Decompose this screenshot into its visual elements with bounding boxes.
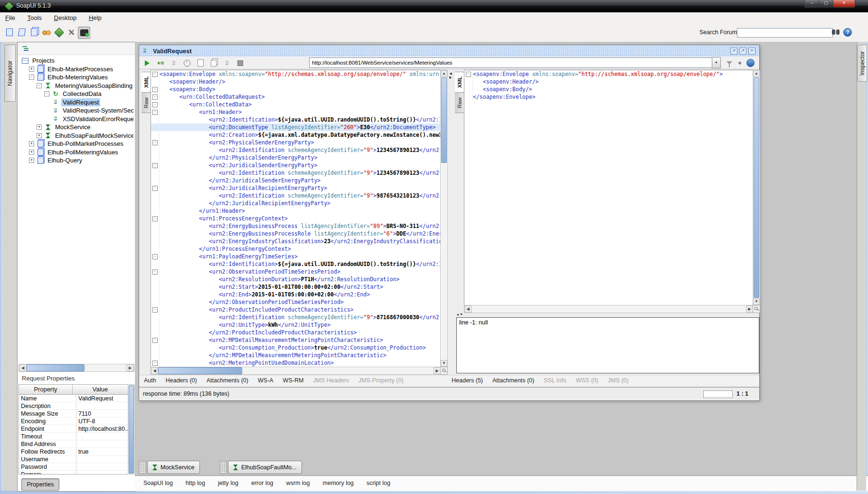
menu-help[interactable]: Help [84,12,107,21]
minimize-button[interactable]: – [804,0,819,8]
expand-icon[interactable]: + [29,150,34,155]
tree-item-collecteddata[interactable]: -↻CollectedData [19,90,133,98]
code-line[interactable]: <urn2:EnergyBusinessProcess listAgencyId… [151,222,441,230]
scroll-right-arrow[interactable]: ▶ [434,367,441,374]
code-line[interactable]: - <soapenv:Body> [151,86,441,93]
code-line[interactable]: </urn2:MPDetailMeasurementMeteringPointC… [151,352,441,359]
expand-icon[interactable]: + [37,133,42,138]
request-xml-tab[interactable]: XML [142,72,151,93]
code-line[interactable]: <urn2:EnergyBusinessProcessRole listAgen… [151,230,441,238]
tree-item-validrequest[interactable]: SOAPValidRequest [19,98,133,107]
code-line[interactable]: <urn2:Identification>${=java.util.UUID.r… [151,260,441,268]
code-line[interactable]: </soapenv:Envelope> [464,93,753,101]
property-value-cell[interactable]: true [76,448,128,456]
fold-collapse-icon[interactable]: - [152,163,158,168]
tab-headers-0[interactable]: Headers (0) [161,375,202,386]
property-value-cell[interactable]: ValidRequest [76,395,128,402]
maximize-button[interactable]: ▢ [819,0,833,8]
fold-collapse-icon[interactable]: - [152,110,158,115]
collapse-icon[interactable]: - [37,83,42,88]
tree-item-mockservice[interactable]: +MockService [19,123,133,132]
create-document-icon[interactable] [196,59,205,67]
fold-collapse-icon[interactable]: - [152,140,158,145]
tree-item-xsdvalidationerrorrequest[interactable]: SOAPXSDValidationErrorRequest [19,115,133,124]
request-window-title-bar[interactable]: SOAP ValidRequest ↗ ↗ × [139,45,759,57]
inspector-tab[interactable]: Inspector [857,45,867,82]
create-empty-request-icon[interactable]: SOAP [170,59,178,67]
response-xml-editor[interactable]: -<soapenv:Envelope xmlns:soapenv="http:/… [464,70,754,305]
code-line[interactable]: -<soapenv:Envelope xmlns:soapenv="http:/… [151,70,441,78]
code-line[interactable]: </urn2:JuridicalSenderEnergyParty> [151,177,441,184]
log-tab-wsrm-log[interactable]: wsrm log [286,476,310,490]
request-raw-tab[interactable]: Raw [142,92,151,113]
code-line[interactable]: - <urn2:JuridicalSenderEnergyParty> [151,162,441,169]
code-line[interactable]: <soapenv:Header/> [151,78,441,86]
code-line[interactable]: -<soapenv:Envelope xmlns:soapenv="http:/… [464,70,753,78]
code-line[interactable]: <soapenv:Body/> [464,86,753,93]
filter-icon[interactable] [725,59,734,67]
menu-tools[interactable]: Tools [22,12,47,21]
mockservice-drag-grip[interactable] [139,461,146,474]
tree-item-projects[interactable]: Projects [19,57,133,65]
proxy-server-icon[interactable] [78,27,90,39]
code-line[interactable]: <urn2:Consumption_Production>true</urn2:… [151,344,441,352]
expand-icon[interactable]: + [29,66,34,72]
code-line[interactable]: - <urn2:JuridicalRecipientEnergyParty> [151,184,441,192]
tab-headers-5[interactable]: Headers (5) [447,375,488,386]
code-line[interactable]: <urn2:Creation>${=javax.xml.datatype.Dat… [151,131,441,139]
tab-auth[interactable]: Auth [139,375,161,386]
add-to-testcase-icon[interactable]: +≡ [156,59,165,67]
scroll-up-arrow[interactable]: ▲ [753,70,760,77]
tree-item-validrequest-system-securi[interactable]: SOAPValidRequest-System/Securi [19,106,133,115]
log-tab-http-log[interactable]: http log [186,476,205,490]
property-value-cell[interactable] [76,463,128,471]
value-column-header[interactable]: Value [73,385,128,394]
soapui-home-icon[interactable] [53,27,65,38]
expand-icon[interactable]: + [37,124,42,130]
log-tab-jetty-log[interactable]: jetty log [218,476,238,490]
property-value-cell[interactable]: http://localhost:80... [76,425,128,433]
scroll-left-arrow[interactable]: ◀ [464,305,472,313]
property-column-header[interactable]: Property [19,385,73,394]
fold-collapse-icon[interactable]: - [152,216,158,221]
tree-item-meteringvaluessoapbinding[interactable]: -MeteringValuesSoapBinding [19,82,133,90]
scroll-left-arrow[interactable]: ◀ [151,367,158,374]
code-line[interactable]: <urn2:DocumentType listAgencyIdentifier=… [151,124,441,131]
collapse-icon[interactable]: - [29,75,34,80]
endpoint-dropdown-icon[interactable]: ▼ [712,57,721,68]
clone-request-icon[interactable]: SOAP [223,59,231,67]
scroll-right-arrow[interactable]: ▶ [746,305,753,313]
property-value-cell[interactable] [76,456,128,463]
recreate-request-icon[interactable] [183,59,191,67]
log-tab-memory-log[interactable]: memory log [323,476,354,490]
code-line[interactable]: <urn2:ResolutionDuration>PT1H</urn2:Reso… [151,276,441,283]
code-line[interactable]: - <urn1:PayloadEnergyTimeSeries> [151,253,441,260]
code-line[interactable]: <urn2:Start>2015-01-01T00:00:00+02:00</u… [151,283,441,291]
menu-file[interactable]: File [0,12,20,21]
code-line[interactable]: - <urn2:ProductIncludedProductCharacteri… [151,306,441,314]
code-line[interactable]: </urn1:Header> [151,207,441,215]
search-forum-input[interactable] [737,28,833,38]
code-line[interactable]: </urn2:PhysicalSenderEnergyParty> [151,154,441,162]
property-value-cell[interactable] [76,471,128,475]
elhubsoapfault-drag-grip[interactable] [219,461,227,474]
help-icon[interactable]: ? [843,28,852,37]
scroll-up-arrow[interactable]: ▲ [441,70,447,77]
code-line[interactable]: <urn2:Identification schemeAgencyIdentif… [151,314,441,321]
code-line[interactable]: - <urn2:MPDetailMeasurementMeteringPoint… [151,336,441,344]
copy-project-icon[interactable] [28,27,40,38]
unmaximize-icon[interactable]: ↗ [730,48,737,55]
minimized-elhubsoapfault-window[interactable]: ElhubSoapFaultMo... [228,461,302,474]
request-help-icon[interactable] [746,59,755,67]
expand-icon[interactable]: + [29,158,34,163]
fold-collapse-icon[interactable]: - [152,254,158,259]
tree-options-icon[interactable] [22,46,29,51]
tab-ws-a[interactable]: WS-A [253,375,278,386]
fold-collapse-icon[interactable]: - [152,102,158,107]
tree-item-elhub-pollmarketprocesses[interactable]: +Elhub-PollMarketProcesses [19,140,133,148]
scroll-left-arrow[interactable]: ◀ [19,364,27,371]
new-project-icon[interactable] [4,27,15,38]
tab-ws-rm[interactable]: WS-RM [278,375,309,386]
property-value-cell[interactable]: UTF-8 [76,418,128,425]
fold-collapse-icon[interactable]: - [152,361,158,366]
